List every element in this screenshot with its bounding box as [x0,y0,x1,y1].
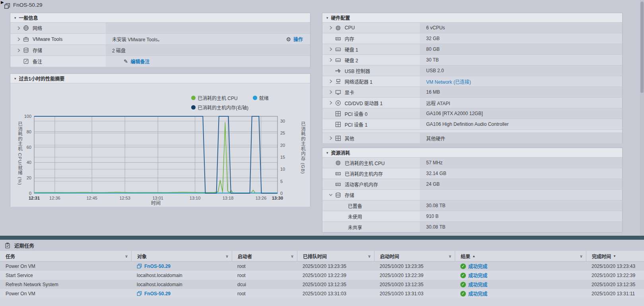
svg-text:20: 20 [280,143,285,148]
hw-row-video-card: 显卡 16 MB [322,87,622,98]
task-result-link[interactable]: 成功完成 [468,263,487,269]
tools-action[interactable]: ⚙ 操作 [286,36,303,42]
other-hardware-icon [335,135,341,141]
col-header-started[interactable]: 启动时间∨ [374,251,455,261]
legend-dot-memory [191,105,196,110]
row-label: 网络适配器 1 [345,78,372,85]
gear-icon[interactable]: ⚙ [286,37,291,42]
chevron-right-icon[interactable] [329,47,333,52]
row-label: VMware Tools [33,37,62,42]
column-menu-icon[interactable]: ∨ [125,254,128,258]
row-label: 硬盘 2 [345,57,358,64]
col-header-queued[interactable]: 已排队时间∨ [297,251,374,261]
collapse-triangle-icon: ▾ [326,151,328,155]
column-menu-icon[interactable]: ∨ [225,254,229,258]
task-row[interactable]: Refresh Network System localhost.localdo… [0,280,644,289]
chevron-right-icon[interactable] [329,90,333,94]
sort-ascending-icon[interactable]: ▲ [472,254,475,258]
legend-memory: 已消耗的主机内存(右轴) [191,104,248,111]
hardware-header[interactable]: ▾ 硬件配置 [322,13,622,23]
row-label: USB 控制器 [345,67,370,74]
legend-dot-cpu [191,96,196,100]
row-label: 硬盘 1 [345,46,358,53]
column-menu-icon[interactable]: ∨ [368,254,371,258]
tasks-divider-bar[interactable] [0,236,644,240]
chevron-down-icon[interactable] [329,192,333,197]
hw-row-cddvd: CD/DVD 驱动器 1 远程 ATAPI [322,98,622,108]
chevron-right-icon[interactable] [329,58,333,62]
usb-icon [335,68,341,74]
svg-text:0: 0 [280,191,283,196]
cpu-chip-icon [335,160,341,166]
chevron-right-icon[interactable] [329,25,333,30]
row-value: 未安装 VMware Tools。 [112,36,162,42]
task-row[interactable]: Power On VM FnOS-50.29 root 2025/10/20 1… [0,262,644,271]
tools-action-link[interactable]: 操作 [293,36,303,42]
task-result-link[interactable]: 成功完成 [468,290,487,297]
chevron-right-icon[interactable] [17,26,21,31]
hw-row-pci0: PCI 设备 0 GA106 [RTX A2000 12GB] [322,108,622,119]
resources-panel: ▾ 资源消耗 已消耗的主机 CPU 57 MHz 已消耗的主机内存 32.14 … [322,148,623,233]
scrollbar-thumb[interactable] [640,2,644,93]
chevron-right-icon[interactable] [329,100,333,105]
toolbox-icon [23,36,29,42]
task-row[interactable]: Start Service localhost.localdomain root… [0,271,644,280]
svg-text:20: 20 [27,175,31,180]
res-row-guest-memory: 活动客户机内存 24 GB [322,179,622,190]
success-check-icon: ✓ [460,282,466,287]
hw-row-other: 其他 其他硬件 [322,133,622,144]
svg-text:40: 40 [27,160,31,165]
hw-row-disk2: 硬盘 2 30 TB [322,55,622,65]
task-result-link[interactable]: 成功完成 [468,281,487,288]
res-row-storage: 存储 [322,190,622,200]
pencil-icon[interactable]: ✎ [124,59,128,64]
recent-tasks-titlebar: 近期任务 [0,240,644,251]
performance-header[interactable]: ▾ 过去1小时的性能摘要 [10,74,310,83]
vm-icon [137,291,142,296]
chart-legend: 已消耗的主机 CPU 就绪 已消耗的主机内存(右轴) [191,94,269,111]
legend-cpu: 已消耗的主机 CPU [191,94,238,101]
col-header-target[interactable]: 对象∨ [131,251,232,261]
svg-text:30: 30 [280,119,285,123]
chevron-right-icon[interactable] [17,37,21,42]
task-row[interactable]: Power On VM FnOS-50.29 root 2025/10/20 1… [0,289,644,298]
col-header-initiator[interactable]: 启动者∨ [232,251,297,261]
general-info-header[interactable]: ▾ 一般信息 [10,13,310,23]
res-row-host-cpu: 已消耗的主机 CPU 57 MHz [322,158,622,168]
row-vmware-tools: VMware Tools 未安装 VMware Tools。 ⚙ 操作 [10,34,310,45]
row-label: 备注 [33,58,42,65]
column-menu-icon[interactable]: ∨ [448,254,452,258]
col-header-result[interactable]: 结果▲∨ [455,251,586,261]
svg-text:25: 25 [280,131,285,135]
network-link[interactable]: VM Network (已连接) [426,78,471,85]
collapse-arrow-icon[interactable]: ▶ [1,0,4,4]
col-header-completed[interactable]: 完成时间▼ [586,251,644,261]
chevron-right-icon[interactable] [329,79,333,84]
resources-header[interactable]: ▾ 资源消耗 [322,148,622,158]
pci-device-icon [335,121,341,127]
column-menu-icon[interactable]: ∨ [580,254,583,258]
row-label: PCI 设备 0 [345,110,367,117]
task-target-link[interactable]: FnOS-50.29 [144,264,171,269]
row-label: 已消耗的主机内存 [345,170,383,177]
col-header-task[interactable]: 任务∨ [0,251,131,261]
hw-row-disk1: 硬盘 1 80 GB [322,44,622,55]
chevron-right-icon[interactable] [329,136,333,140]
network-globe-icon [23,25,29,31]
row-storage: 存储 2 磁盘 [10,45,310,56]
sort-descending-icon[interactable]: ▼ [613,254,616,258]
row-value: GA106 High Definition Audio Controller [426,121,508,127]
cd-disc-icon [335,100,341,106]
hard-disk-icon [335,57,341,63]
chevron-right-icon[interactable] [17,48,21,53]
edit-notes-link[interactable]: 编辑备注 [131,58,150,65]
display-icon [335,89,341,95]
task-target-link[interactable]: FnOS-50.29 [144,291,171,296]
hw-row-network-adapter: 网络适配器 1 VM Network (已连接) [322,76,622,87]
task-result-link[interactable]: 成功完成 [468,272,487,279]
vertical-scrollbar[interactable] [640,0,644,236]
column-menu-icon[interactable]: ∨ [291,254,294,258]
svg-text:5: 5 [280,179,283,184]
row-value: GA106 [RTX A2000 12GB] [426,111,483,116]
res-row-host-memory: 已消耗的主机内存 32.14 GB [322,168,622,179]
